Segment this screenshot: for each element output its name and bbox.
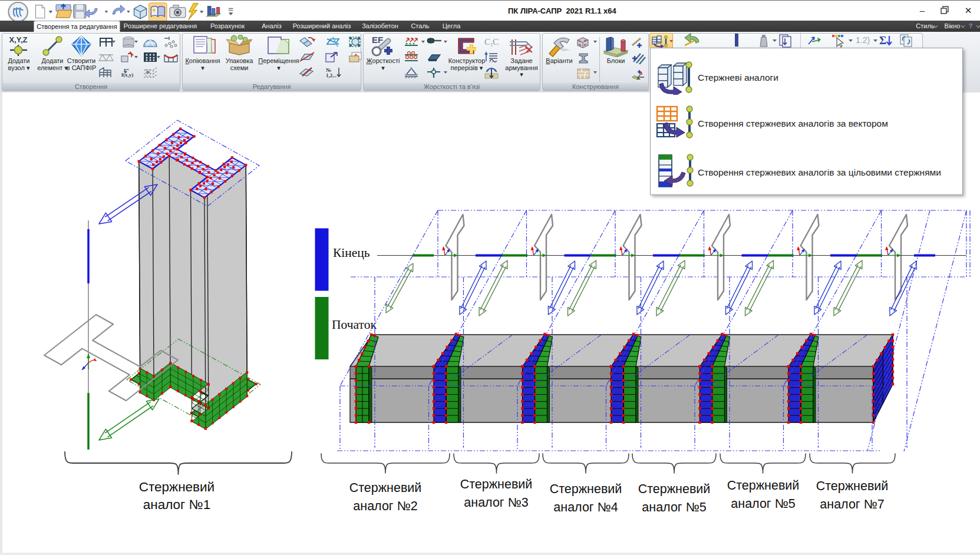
svg-text:Стержневий: Стержневий bbox=[460, 477, 533, 491]
svg-text:Початок: Початок bbox=[332, 318, 377, 332]
svg-text:Стержневий: Стержневий bbox=[550, 482, 622, 496]
svg-text:аналог №5: аналог №5 bbox=[642, 500, 706, 514]
svg-text:2: 2 bbox=[499, 42, 499, 48]
svg-text:Стержневий: Стержневий bbox=[139, 480, 215, 494]
svg-text:аналог №3: аналог №3 bbox=[464, 495, 528, 510]
svg-text:Стержневий: Стержневий bbox=[816, 479, 889, 493]
svg-text:аналог №2: аналог №2 bbox=[353, 499, 417, 513]
svg-text:аналог №1: аналог №1 bbox=[143, 497, 210, 512]
svg-text:1.2): 1.2) bbox=[856, 35, 870, 45]
svg-text:Стержневий: Стержневий bbox=[349, 481, 422, 495]
svg-text:Σ: Σ bbox=[879, 34, 886, 47]
svg-text:аналог №4: аналог №4 bbox=[553, 500, 618, 514]
svg-text:C: C bbox=[493, 37, 499, 47]
svg-text:EF: EF bbox=[372, 35, 383, 45]
svg-text:аналог №7: аналог №7 bbox=[820, 497, 884, 511]
svg-text:X,Y,Z: X,Y,Z bbox=[9, 35, 27, 44]
svg-text:Стержневий: Стержневий bbox=[727, 478, 800, 493]
svg-text:Стержневий: Стержневий bbox=[638, 482, 711, 496]
svg-text:Кінець: Кінець bbox=[333, 246, 370, 260]
svg-text:аналог №5: аналог №5 bbox=[731, 497, 795, 511]
svg-text:1,2...: 1,2... bbox=[326, 72, 336, 78]
svg-text:C: C bbox=[484, 37, 490, 47]
